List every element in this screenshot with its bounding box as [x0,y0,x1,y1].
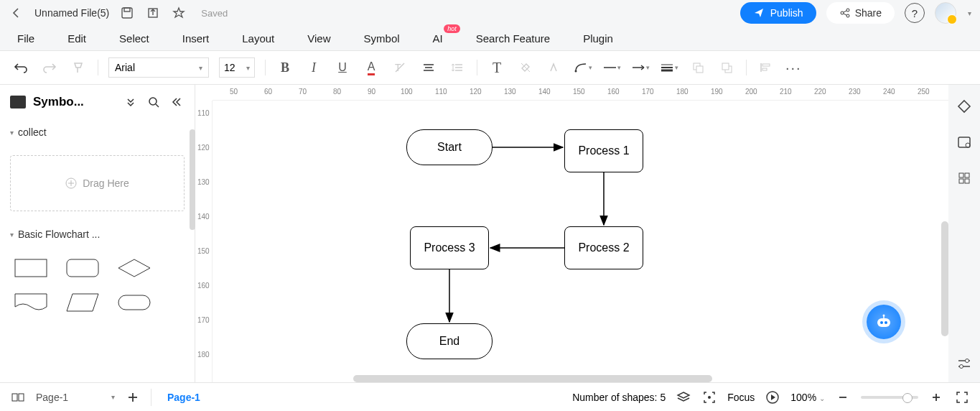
shape-diamond[interactable] [113,256,155,280]
back-icon[interactable] [9,5,24,21]
saved-status: Saved [201,8,228,19]
menu-plugin[interactable]: Plugin [583,32,613,45]
zoom-level[interactable]: 100% ⌄ [790,392,825,403]
menu-edit[interactable]: Edit [67,32,86,45]
layers-icon[interactable] [676,389,691,405]
star-icon[interactable] [171,5,187,21]
font-size-select[interactable]: 12▾ [219,57,255,78]
menu-layout[interactable]: Layout [242,32,274,45]
line-spacing-button[interactable] [448,58,467,77]
focus-label[interactable]: Focus [727,392,755,403]
menu-select[interactable]: Select [119,32,149,45]
divider [98,60,98,75]
bold-button[interactable]: B [276,58,294,77]
menu-insert[interactable]: Insert [182,32,210,45]
shape-rectangle[interactable] [10,256,52,280]
clear-format-button[interactable]: T [391,58,409,77]
svg-rect-55 [12,394,17,401]
arrow-style-button[interactable]: ▾ [631,58,650,77]
collect-section[interactable]: collect [10,126,185,138]
avatar[interactable] [935,2,956,24]
font-select[interactable]: Arial▾ [108,57,209,78]
svg-point-28 [149,98,157,105]
align-objects-button[interactable] [757,58,775,77]
undo-button[interactable] [11,58,30,77]
zoom-out-button[interactable] [835,389,851,405]
properties-panel-icon[interactable] [956,134,973,151]
align-button[interactable] [419,58,438,77]
export-icon[interactable] [145,5,161,21]
shape-document[interactable] [10,290,52,315]
svg-rect-56 [19,394,24,401]
bring-front-button[interactable] [717,58,736,77]
font-color-button[interactable]: A [362,58,381,77]
shape-start[interactable]: Start [406,129,493,165]
left-scrollbar[interactable] [190,129,195,230]
shape-terminator[interactable] [113,290,155,315]
add-page-button[interactable] [125,389,141,405]
format-painter-button[interactable] [69,58,88,77]
robot-icon [874,314,893,330]
avatar-caret-icon[interactable]: ▾ [968,9,971,17]
svg-rect-50 [877,318,890,327]
menu-search-feature[interactable]: Search Feature [476,32,550,45]
help-button[interactable]: ? [905,3,925,23]
play-icon[interactable] [765,389,780,405]
shape-rounded-rect[interactable] [62,256,103,280]
text-tool-button[interactable]: T [487,58,506,77]
svg-rect-27 [762,68,767,70]
menu-ai[interactable]: AIhot [433,32,443,45]
drag-here-zone[interactable]: Drag Here [10,155,185,211]
grid-panel-icon[interactable] [956,170,973,187]
svg-point-15 [575,70,577,73]
page-select[interactable]: Page-1▾ [36,392,115,403]
menu-symbol[interactable]: Symbol [364,32,400,45]
line-style-button[interactable]: ▾ [602,58,621,77]
page-tab[interactable]: Page-1 [162,389,206,406]
fill-button[interactable] [516,58,535,77]
publish-button[interactable]: Publish [740,2,816,24]
share-button[interactable]: Share [826,2,895,24]
style-panel-icon[interactable] [956,98,973,115]
shape-process1[interactable]: Process 1 [564,129,643,172]
send-back-button[interactable] [689,58,707,77]
status-bar: Page-1▾ Page-1 Number of shapes: 5 Focus… [0,382,980,411]
hot-badge: hot [444,24,460,33]
basic-flowchart-section[interactable]: Basic Flowchart ... [10,228,185,240]
line-weight-button[interactable]: ▾ [660,58,678,77]
save-icon[interactable] [119,5,135,21]
fullscreen-icon[interactable] [954,389,970,405]
assistant-button[interactable] [867,305,901,339]
underline-button[interactable]: U [333,58,352,77]
expand-down-icon[interactable] [123,94,139,110]
divider [746,60,747,75]
more-options-button[interactable]: ··· [785,60,802,76]
shape-process3[interactable]: Process 3 [410,226,489,269]
menu-view[interactable]: View [307,32,330,45]
search-icon[interactable] [146,94,162,110]
svg-point-4 [846,9,849,11]
pages-panel-icon[interactable] [10,389,26,405]
shape-process2[interactable]: Process 2 [564,226,643,269]
redo-button[interactable] [40,58,59,77]
shape-parallelogram[interactable] [62,290,103,315]
shape-end[interactable]: End [406,323,493,359]
horizontal-scrollbar[interactable] [353,375,712,382]
menu-file[interactable]: File [17,32,34,45]
settings-panel-icon[interactable] [956,355,973,372]
collapse-panel-icon[interactable] [169,94,185,110]
zoom-slider[interactable] [861,396,918,399]
focus-icon[interactable] [701,389,717,405]
highlight-button[interactable] [545,58,564,77]
zoom-in-button[interactable] [928,389,944,405]
italic-button[interactable]: I [304,58,323,77]
vertical-scrollbar[interactable] [941,221,948,336]
svg-point-51 [880,321,883,324]
svg-point-52 [885,321,887,324]
svg-point-59 [708,396,711,399]
filename[interactable]: Unnamed File(5) [34,7,109,19]
right-toolbar [948,85,980,382]
canvas[interactable]: Start Process 1 Process 2 Process 3 End [213,101,948,382]
svg-point-49 [960,365,963,369]
connector-button[interactable]: ▾ [574,58,592,77]
